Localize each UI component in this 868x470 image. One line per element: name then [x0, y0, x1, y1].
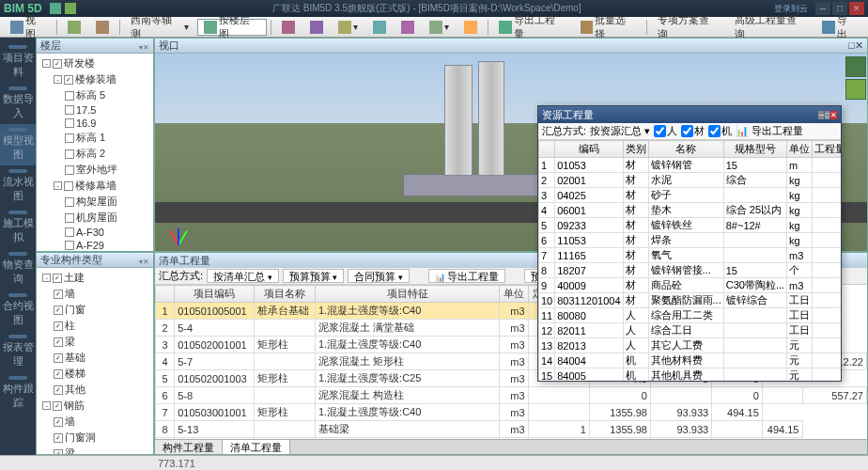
tree-node[interactable]: ✓墙 [39, 414, 151, 430]
nav-合约视图[interactable]: 合约视图 [0, 290, 36, 331]
nav-构件跟踪[interactable]: 构件跟踪 [0, 372, 36, 414]
tree-node[interactable]: 标高 2 [39, 146, 151, 162]
table-row[interactable]: 1584005机其他机具费元283.521283.52 [539, 368, 842, 382]
col-header[interactable]: 单位 [787, 141, 813, 158]
nav-施工模拟[interactable]: 施工模拟 [0, 207, 36, 248]
table-row[interactable]: 65-8泥浆混凝土 构造柱m300557.27 [156, 387, 867, 404]
export-qty-button[interactable]: 导出工程量 [492, 19, 572, 36]
panel-close-icon[interactable]: ✕ [143, 43, 149, 52]
tree-node[interactable]: 机房屋面 [39, 210, 151, 226]
tool-measure[interactable] [303, 19, 330, 36]
nav-项目资料[interactable]: 项目资料 [0, 41, 36, 83]
checkbox[interactable]: ✓ [54, 290, 63, 299]
qat-icon[interactable] [65, 3, 76, 14]
expand-icon[interactable]: - [42, 274, 51, 282]
table-row[interactable]: 70105030010​01矩形柱1.混凝土强度等级:C40m31355.989… [156, 404, 867, 421]
vp-max-icon[interactable]: □ [848, 39, 855, 51]
checkbox[interactable]: ✓ [53, 59, 62, 69]
floor-tree[interactable]: -✓研发楼-✓楼修装墙标高 517.516.9标高 1标高 2室外地坪-楼修幕墙… [37, 54, 153, 251]
checkbox[interactable]: ✓ [54, 369, 63, 379]
checkbox[interactable]: ✓ [54, 353, 63, 363]
checkbox[interactable] [65, 149, 74, 159]
expand-icon[interactable]: - [42, 59, 51, 68]
vp-close-icon[interactable]: ✕ [855, 39, 863, 51]
tool-filter[interactable]: ▾ [332, 19, 364, 36]
tool-pin[interactable] [275, 19, 302, 36]
tree-node[interactable]: ✓柱 [39, 318, 151, 334]
tree-node[interactable]: 室外地坪 [39, 162, 151, 178]
col-header[interactable]: 项目编码 [175, 286, 255, 303]
tree-node[interactable]: A-F29 [39, 239, 151, 251]
col-header[interactable] [539, 141, 555, 158]
nav-物资查询[interactable]: 物资查询 [0, 248, 36, 290]
col-header[interactable]: 类别 [623, 141, 648, 158]
minimize-button[interactable]: ─ [815, 2, 830, 15]
checkbox[interactable] [65, 118, 74, 128]
tree-node[interactable]: A-F30 [39, 226, 151, 239]
dialog-titlebar[interactable]: 资源工程量 ─□✕ [538, 106, 841, 123]
table-row[interactable]: 1382013人其它人工费元67.628167.63 [539, 338, 842, 353]
col-header[interactable]: 项目特征 [315, 286, 499, 303]
tree-node[interactable]: 16.9 [39, 117, 151, 130]
tree-node[interactable]: 17.5 [39, 103, 151, 117]
checkbox[interactable]: ✓ [64, 75, 73, 85]
home-button[interactable] [61, 19, 87, 36]
tree-node[interactable]: -✓研发楼 [39, 55, 151, 71]
table-row[interactable]: 509233材镀锌铁丝8#~12#kg11.8353.8545.56 [539, 218, 842, 233]
summary-dropdown[interactable]: 按清单汇总 ▾ [207, 269, 279, 283]
tree-node[interactable]: ✓门窗洞 [39, 430, 151, 446]
table-row[interactable]: 202001材水泥综合kg113.2770.3741.91 [539, 173, 842, 188]
dlg-summary-dropdown[interactable]: 按资源汇总 ▾ [590, 124, 650, 138]
tab-component-qty[interactable]: 构件工程量 [155, 440, 223, 454]
tree-node[interactable]: ✓基础 [39, 350, 151, 366]
expand-icon[interactable]: - [54, 75, 62, 84]
checkbox[interactable]: ✓ [54, 321, 63, 331]
contract-dropdown[interactable]: 合同预算 ▾ [348, 269, 410, 283]
checkbox[interactable] [65, 133, 74, 143]
col-header[interactable]: 名称 [648, 141, 723, 158]
axis-gizmo[interactable] [161, 208, 198, 245]
table-row[interactable]: 1180080人综合用工二类工日14.5644806990.72 [539, 308, 842, 323]
expand-icon[interactable]: - [54, 181, 62, 190]
col-header[interactable]: 工程量 [813, 141, 841, 158]
col-header[interactable]: 编码 [555, 141, 623, 158]
dlg-export-button[interactable]: 📊 导出工程量 [736, 124, 803, 138]
checkbox[interactable] [65, 165, 74, 175]
resource-grid[interactable]: 编码类别名称规格型号单位工程量单价合价(元)101053材镀锌钢管15m862.… [538, 140, 841, 381]
checkbox[interactable]: ✓ [53, 274, 62, 283]
checkbox[interactable]: ✓ [54, 306, 63, 315]
advanced-query-button[interactable]: 高级工程量查询 [728, 19, 814, 36]
table-row[interactable]: 611053材焊条kg13.386.4386.03 [539, 233, 842, 248]
checkbox[interactable]: ✓ [54, 385, 63, 395]
table-row[interactable]: 1484004机其他材料费元31746.666131746.65 [539, 353, 842, 368]
tree-node[interactable]: -✓楼修装墙 [39, 71, 151, 87]
col-header[interactable]: 单位 [500, 286, 528, 303]
table-row[interactable]: 304025材砂子kg683.0440.0427.32 [539, 188, 842, 203]
dlg-close-button[interactable]: ✕ [830, 111, 837, 119]
float-sync-button[interactable] [845, 79, 866, 100]
col-header[interactable]: 规格型号 [723, 141, 786, 158]
panel-close-icon[interactable]: ✕ [143, 258, 149, 266]
nav-流水视图[interactable]: 流水视图 [0, 165, 36, 207]
view-button[interactable]: 视图 [4, 19, 53, 36]
tree-node[interactable]: ✓楼梯 [39, 366, 151, 382]
checkbox[interactable]: ✓ [54, 449, 63, 455]
checkbox[interactable]: ✓ [54, 417, 63, 427]
qat-icon[interactable] [50, 3, 61, 14]
table-row[interactable]: 101053材镀锌钢管15m862.2593.993440.41 [539, 158, 842, 173]
budget-dropdown[interactable]: 预算预算 ▾ [283, 269, 345, 283]
dlg-max-button[interactable]: □ [825, 111, 829, 119]
col-header[interactable]: 项目名称 [254, 286, 315, 303]
tree-node[interactable]: 构架屋面 [39, 194, 151, 210]
tree-node[interactable]: -✓钢筋 [39, 398, 151, 414]
orbit-button[interactable] [89, 19, 116, 36]
tool-color[interactable] [457, 19, 484, 36]
table-row[interactable]: 940009材商品砼C30带陶粒...m34831.7134101981002.… [539, 278, 842, 293]
tree-node[interactable]: 标高 5 [39, 87, 151, 103]
checkbox[interactable] [65, 241, 74, 250]
tool-hide[interactable]: ▾ [423, 19, 456, 36]
nav-数据导入[interactable]: 数据导入 [0, 83, 36, 124]
checkbox[interactable]: ✓ [54, 337, 63, 347]
nav-报表管理[interactable]: 报表管理 [0, 331, 36, 372]
chk-ji[interactable]: 机 [708, 124, 732, 138]
